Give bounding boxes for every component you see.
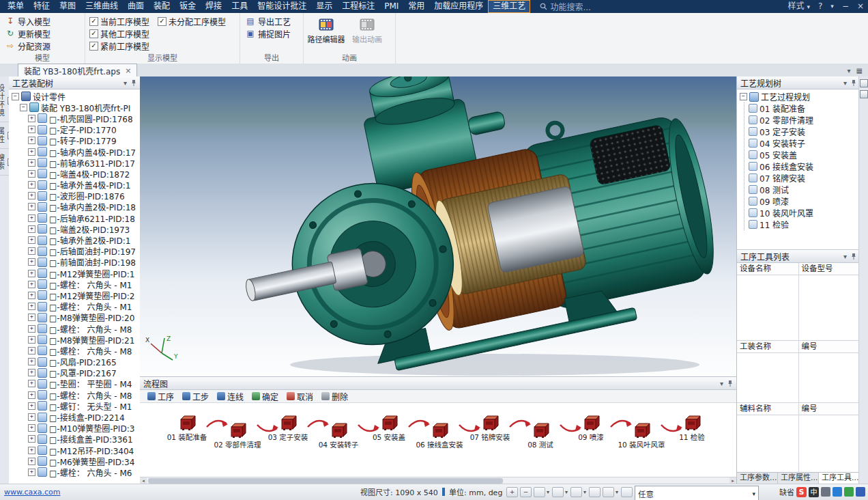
tree-row-part[interactable]: + □-M10弹簧垫圈-PID:3 [9, 423, 140, 434]
display-model-checkbox[interactable]: ✓ 其他工序模型 [89, 27, 149, 40]
flow-toolbar-button[interactable]: 连线 [214, 390, 247, 402]
tree-row-part[interactable]: + □-轴承外盖4极-PID:1 [9, 180, 140, 191]
minimize-button[interactable]: − [838, 0, 853, 13]
zoom-out-icon[interactable]: − [520, 487, 532, 497]
chevron-down-icon[interactable]: ▾ [848, 67, 851, 74]
render-mode-icon[interactable] [570, 487, 582, 497]
tree-row-step[interactable]: 10 装风叶风罩 [744, 207, 860, 219]
flow-toolbar-button[interactable]: 确定 [248, 390, 282, 402]
expand-icon[interactable]: + [28, 126, 35, 133]
assembly-tree[interactable]: − 设计零件 − 装配 YB3-180机壳frt-PI + □-机壳固圆-PID… [9, 89, 140, 484]
expand-icon[interactable]: + [28, 148, 35, 156]
collapse-icon[interactable]: − [20, 104, 27, 111]
expand-icon[interactable]: + [28, 292, 35, 299]
tree-row-part[interactable]: + □-M6弹簧垫圈-PID:34 [9, 456, 140, 467]
menu-item[interactable]: 菜单 [3, 0, 29, 13]
tree-row-part[interactable]: + □-螺栓： 六角头 - M6 [9, 467, 140, 477]
menu-item[interactable]: 常用 [403, 0, 429, 13]
ribbon-button[interactable]: ↧ 导入模型 [4, 15, 81, 27]
display-model-checkbox[interactable]: ✓ 未分配工序模型 [158, 15, 226, 27]
menu-item[interactable]: PMI [379, 0, 403, 13]
expand-icon[interactable]: + [28, 203, 35, 210]
animation-button[interactable]: 输出动画 [349, 15, 386, 44]
expand-icon[interactable]: + [28, 424, 35, 432]
flow-canvas[interactable]: 01 装配准备 [140, 403, 736, 477]
measure-icon[interactable] [621, 487, 633, 497]
menu-item[interactable]: 钣金 [175, 0, 201, 13]
pin-icon[interactable] [851, 253, 856, 260]
tree-row-part[interactable]: + □-M12弹簧垫圈-PID:1 [9, 268, 140, 279]
menu-item[interactable]: 显示 [311, 0, 337, 13]
tree-row-part[interactable]: + □-M8弹簧垫圈-PID:20 [9, 312, 140, 323]
tree-row-part[interactable]: + □-后轴承6211-PID:18 [9, 212, 140, 223]
display-model-checkbox[interactable]: ✓ 当前工序模型 [89, 15, 149, 27]
tree-row-part[interactable]: + □-螺栓： 六角头 - M8 [9, 345, 140, 356]
expand-icon[interactable]: + [28, 435, 35, 443]
tree-row-root[interactable]: − 工艺过程规划 [737, 91, 860, 102]
expand-icon[interactable]: + [28, 225, 35, 233]
close-button[interactable]: × [853, 0, 868, 13]
flow-step[interactable]: 10 装风叶风罩 [619, 421, 664, 449]
tree-row-part[interactable]: + □-机壳固圆-PID:1768 [9, 113, 140, 124]
tree-row-part[interactable]: + □-波形圈-PID:1876 [9, 191, 140, 202]
tree-row-part[interactable]: + □-端盖2极-PID:1973 [9, 223, 140, 234]
expand-icon[interactable]: + [28, 236, 35, 244]
expand-icon[interactable]: + [28, 391, 35, 399]
tree-row-part[interactable]: + □-螺栓： 六角头 - M8 [9, 389, 140, 400]
chevron-down-icon[interactable]: ▾ [583, 489, 586, 495]
background-icon[interactable] [552, 487, 564, 497]
expand-icon[interactable]: + [28, 170, 35, 178]
tree-row-part[interactable]: + □-风扇-PID:2165 [9, 357, 140, 367]
style-menu[interactable]: 样式 ▾ [784, 0, 814, 14]
tree-row-step[interactable]: 04 安装转子 [744, 137, 860, 149]
menu-item[interactable]: 工具 [227, 0, 252, 13]
menu-item-active[interactable]: 三维工艺 [488, 0, 530, 13]
collapse-icon[interactable]: − [740, 93, 747, 100]
tree-row-part[interactable]: + □-轴承内盖2极-PID:18 [9, 202, 140, 212]
speaker-icon[interactable] [821, 487, 830, 497]
tree-row-part[interactable]: + □-M12弹簧垫圈-PID:2 [9, 290, 140, 301]
expand-icon[interactable]: + [28, 181, 35, 189]
ribbon-button[interactable]: ⇨ 分配资源 [4, 40, 81, 52]
menu-item[interactable]: 工程标注 [337, 0, 379, 13]
material-icon[interactable] [603, 487, 614, 497]
tree-row-step[interactable]: 03 定子安装 [744, 126, 860, 137]
ime-language-icon[interactable]: 中 [809, 487, 819, 497]
expand-icon[interactable]: + [28, 258, 35, 266]
tree-row-step[interactable]: 02 零部件清理 [744, 114, 860, 126]
tree-row-part[interactable]: + □-转子-PID:1779 [9, 135, 140, 146]
chevron-down-icon[interactable]: ▾ [616, 489, 618, 495]
tree-row-part[interactable]: + □-前轴面油封-PID:198 [9, 257, 140, 268]
flow-step[interactable]: 11 检验 [669, 414, 714, 442]
menu-item[interactable]: 三维曲线 [81, 0, 123, 13]
expand-icon[interactable]: + [28, 159, 35, 167]
ribbon-collapse-icon[interactable]: ▾ [826, 0, 838, 13]
expand-icon[interactable]: + [28, 447, 35, 454]
tree-row-part[interactable]: + □-M12吊环-PID:3404 [9, 445, 140, 456]
tree-row-root[interactable]: − 设计零件 [9, 91, 140, 102]
flow-toolbar-button[interactable]: 删除 [318, 390, 351, 402]
ribbon-button[interactable]: ▣ 捕捉图片 [244, 27, 299, 40]
function-search[interactable]: 功能搜索... [540, 1, 590, 12]
collapse-icon[interactable]: − [12, 93, 19, 100]
chevron-down-icon[interactable]: ▾ [124, 79, 127, 87]
tree-row-assembly[interactable]: − 装配 YB3-180机壳frt-PI [9, 102, 140, 113]
planning-tree[interactable]: − 工艺过程规划 01 装配准备 02 零部件清理 [737, 89, 860, 249]
flow-step[interactable]: 03 定子安装 [265, 414, 310, 442]
tree-row-part[interactable]: + □-接线盒盖-PID:3361 [9, 434, 140, 445]
tray-expand-icon[interactable] [856, 487, 865, 497]
edit-mode-icon[interactable] [589, 487, 601, 497]
pin-icon[interactable] [851, 79, 856, 86]
expand-icon[interactable]: + [28, 115, 35, 122]
tool-table-body[interactable] [737, 275, 860, 341]
flow-toolbar-button[interactable]: 取消 [283, 390, 317, 402]
selection-filter-select[interactable]: 任意 ▾ [635, 486, 759, 500]
tree-row-part[interactable]: + □-端盖4极-PID:1872 [9, 168, 140, 179]
expand-icon[interactable]: + [28, 336, 35, 344]
display-model-checkbox[interactable]: ✓ 紧前工序模型 [89, 40, 149, 52]
tree-row-step[interactable]: 09 喷漆 [744, 195, 860, 207]
flow-step[interactable]: 06 接线盒安装 [417, 421, 462, 449]
expand-icon[interactable]: + [28, 369, 35, 376]
pin-icon[interactable] [727, 380, 733, 387]
tree-row-step[interactable]: 07 铭牌安装 [744, 172, 860, 184]
